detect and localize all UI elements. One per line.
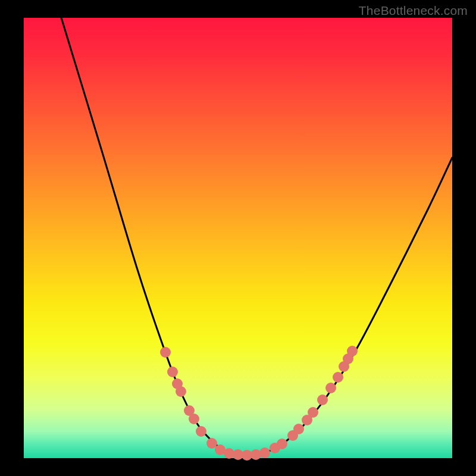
curve-layer	[60, 12, 452, 455]
chart-gradient-area	[24, 18, 452, 458]
data-point	[317, 394, 328, 405]
data-point	[347, 346, 358, 356]
data-point	[189, 414, 199, 424]
left-curve	[60, 12, 247, 455]
data-point	[308, 407, 318, 418]
data-point	[196, 426, 206, 437]
data-point	[206, 438, 217, 449]
watermark-text: TheBottleneck.com	[359, 4, 468, 18]
data-point	[167, 367, 178, 377]
data-point	[250, 449, 261, 460]
chart-svg	[24, 18, 452, 458]
data-point	[259, 447, 270, 458]
data-point	[277, 439, 287, 449]
dot-layer	[160, 346, 358, 461]
data-point	[325, 383, 336, 393]
data-point	[333, 372, 343, 383]
data-point	[293, 424, 304, 434]
data-point	[160, 347, 171, 358]
right-curve	[247, 158, 452, 455]
data-point	[176, 386, 186, 397]
